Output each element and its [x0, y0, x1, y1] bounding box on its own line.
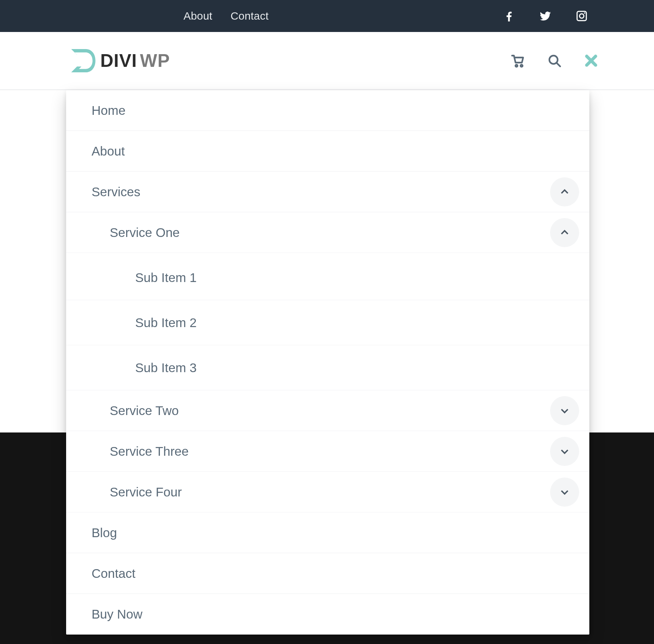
header: DIVIWP — [0, 32, 654, 90]
instagram-icon[interactable] — [575, 9, 589, 23]
menu-item-contact[interactable]: Contact — [66, 553, 589, 594]
menu-item-label: Services — [92, 185, 140, 199]
topbar-social — [502, 9, 589, 23]
logo-text-main: DIVI — [100, 52, 137, 70]
svg-line-5 — [557, 63, 560, 67]
search-icon[interactable] — [546, 52, 563, 69]
menu-item-label: About — [92, 144, 125, 158]
topbar-link-contact[interactable]: Contact — [230, 10, 269, 22]
topbar-links: About Contact — [183, 0, 269, 32]
facebook-icon[interactable] — [502, 9, 516, 23]
logo-mark-icon — [68, 45, 97, 76]
svg-point-3 — [521, 65, 523, 67]
svg-point-2 — [516, 65, 518, 67]
menu-item-label: Service Two — [110, 403, 179, 418]
svg-point-0 — [580, 14, 584, 18]
menu-item-label: Service One — [110, 225, 180, 240]
menu-item-label: Service Four — [110, 485, 182, 499]
chevron-up-icon[interactable] — [550, 177, 579, 206]
chevron-down-icon[interactable] — [550, 396, 579, 425]
subsubmenu-item-1[interactable]: Sub Item 1 — [66, 255, 589, 300]
menu-item-services[interactable]: Services — [66, 172, 589, 212]
menu-item-blog[interactable]: Blog — [66, 512, 589, 553]
menu-item-label: Home — [92, 103, 125, 118]
chevron-down-icon[interactable] — [550, 478, 579, 507]
submenu-item-service-two[interactable]: Service Two — [66, 390, 589, 431]
menu-item-label: Sub Item 1 — [135, 270, 197, 285]
close-icon[interactable] — [583, 52, 600, 69]
twitter-icon[interactable] — [538, 9, 552, 23]
topbar-link-about[interactable]: About — [183, 10, 212, 22]
menu-item-label: Contact — [92, 566, 136, 581]
chevron-up-icon[interactable] — [550, 218, 579, 247]
services-submenu: Service One Sub Item 1 Sub Item 2 Sub It… — [66, 212, 589, 512]
menu-item-home[interactable]: Home — [66, 90, 589, 131]
chevron-down-icon[interactable] — [550, 437, 579, 466]
menu-item-label: Service Three — [110, 444, 189, 459]
header-icons — [509, 32, 600, 89]
menu-item-label: Sub Item 3 — [135, 361, 197, 375]
submenu-item-service-one[interactable]: Service One — [66, 212, 589, 253]
menu-item-about[interactable]: About — [66, 131, 589, 172]
service-one-submenu: Sub Item 1 Sub Item 2 Sub Item 3 — [66, 255, 589, 390]
subsubmenu-item-2[interactable]: Sub Item 2 — [66, 300, 589, 345]
logo[interactable]: DIVIWP — [68, 45, 170, 76]
menu-item-label: Blog — [92, 526, 117, 540]
mobile-menu-panel: Home About Services Service One Sub Item… — [66, 90, 589, 635]
submenu-item-service-three[interactable]: Service Three — [66, 431, 589, 472]
logo-text-sub: WP — [140, 52, 170, 70]
cart-icon[interactable] — [509, 52, 526, 69]
subsubmenu-item-3[interactable]: Sub Item 3 — [66, 345, 589, 390]
menu-item-label: Buy Now — [92, 607, 142, 621]
topbar: About Contact — [0, 0, 654, 32]
submenu-item-service-four[interactable]: Service Four — [66, 472, 589, 512]
menu-item-buy-now[interactable]: Buy Now — [66, 594, 589, 635]
menu-item-label: Sub Item 2 — [135, 315, 197, 330]
svg-point-1 — [584, 12, 585, 14]
